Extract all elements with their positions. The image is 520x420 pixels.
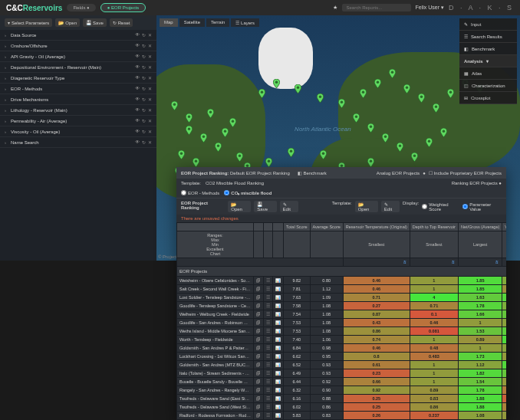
tpl-open[interactable]: 📂 Open [355,201,378,212]
close-icon[interactable]: ✕ [148,54,152,59]
row-name[interactable]: Goodlife - San Andres - Robinson Oil Zon… [177,319,254,327]
menu-icon[interactable]: ☰ [264,361,273,369]
col-header[interactable]: Average Score [310,223,343,231]
right-panel-item[interactable]: ◧Benchmark [459,43,517,55]
display-paramval[interactable]: Parameter Value [462,201,502,212]
map-tab-terrain[interactable]: Terrain [206,18,229,27]
menu-icon[interactable]: ☰ [264,353,273,361]
reset-button[interactable]: ↻ Reset [110,18,133,27]
row-name[interactable]: Salt Creek - Second Wall Creek - Field A… [177,285,254,294]
chart-icon[interactable]: 📊 [273,353,284,361]
map-layers-button[interactable]: ☰ Layers [231,18,259,27]
eye-icon[interactable]: 👁 [135,118,140,123]
map-pin[interactable] [397,143,403,152]
right-panel-item[interactable]: ⊞Crossplot [459,92,517,104]
doc-icon[interactable]: 🗐 [254,353,264,361]
benchmark-button[interactable]: ◧ Benchmark [295,169,330,176]
refresh-icon[interactable]: ↻ [142,64,146,70]
close-icon[interactable]: ✕ [148,129,152,134]
method-radio[interactable]: EOR - Methods [181,190,219,195]
refresh-icon[interactable]: ↻ [142,32,146,38]
doc-icon[interactable]: 🗐 [254,327,264,336]
map-pin[interactable] [411,153,418,162]
map-pin[interactable] [273,79,280,88]
map-tab-satellite[interactable]: Satellite [179,18,205,27]
map-pin[interactable] [178,150,185,159]
close-icon[interactable]: ✕ [148,118,152,123]
rank-edit[interactable]: ✎ Edit [280,201,298,212]
tpl-edit[interactable]: ✎ Edit [381,201,400,212]
refresh-icon[interactable]: ↻ [142,139,146,145]
map-pin[interactable] [320,150,327,159]
row-name[interactable]: Lockhart Crossing - 1st Wilcox Sandstone… [177,353,254,361]
menu-icon[interactable]: ☰ [264,285,273,294]
col-header[interactable]: Reservoir Temperature (Original) [343,223,410,231]
eye-icon[interactable]: 👁 [135,107,140,113]
menu-icon[interactable]: ☰ [264,302,273,310]
map-pin[interactable] [229,118,236,127]
eye-icon[interactable]: 👁 [135,139,140,145]
chart-icon[interactable]: 📊 [273,319,284,327]
eye-icon[interactable]: 👁 [135,75,140,80]
eye-icon[interactable]: 👁 [135,64,140,70]
doc-icon[interactable]: 🗐 [254,336,264,344]
chart-icon[interactable]: 📊 [273,412,284,420]
sort-toggle[interactable]: ⇅ [410,258,458,267]
sidebar-item[interactable]: ›API Gravity - Oil (Average)👁↻✕ [0,51,156,62]
right-panel-item[interactable]: ✎Input [459,18,517,31]
row-name[interactable]: Weths Island - Middle Miocene Sands - 6 … [177,327,254,336]
doc-icon[interactable]: 🗐 [254,294,264,302]
close-icon[interactable]: ✕ [148,75,152,80]
sidebar-item[interactable]: ›Diagenetic Reservoir Type👁↻✕ [0,73,156,84]
map-pin[interactable] [222,128,229,137]
chart-icon[interactable]: 📊 [273,395,284,403]
menu-icon[interactable]: ☰ [264,277,273,285]
map-pin[interactable] [374,79,381,88]
map-pin[interactable] [258,89,265,98]
map-pin[interactable] [433,103,439,113]
refresh-icon[interactable]: ↻ [142,75,146,80]
close-icon[interactable]: ✕ [148,32,152,38]
select-params-button[interactable]: ▾ Select Parameters [5,18,52,27]
map-pin[interactable] [295,84,301,94]
close-icon[interactable]: ✕ [148,97,152,102]
nav-fields[interactable]: Fields ● [67,4,95,11]
map-pin[interactable] [186,126,193,135]
map-pin[interactable] [265,158,272,167]
rank-save[interactable]: 💾 Save [254,201,276,212]
include-note[interactable]: Include Proprietary EOR Projects [434,171,502,176]
menu-icon[interactable]: ☰ [264,327,273,336]
chart-icon[interactable]: 📊 [273,302,284,310]
col-header[interactable] [177,223,254,231]
right-panel-item[interactable]: ◫Characterization [459,80,517,92]
eye-icon[interactable]: 👁 [135,86,140,91]
close-icon[interactable]: ✕ [148,64,152,70]
row-name[interactable]: Worth - Tensleep - Fieldwide [177,336,254,344]
map-pin[interactable] [317,94,324,103]
col-header[interactable] [273,223,284,231]
chart-icon[interactable]: 📊 [273,369,284,378]
eye-icon[interactable]: 👁 [135,43,140,48]
row-name[interactable]: Twofreds - Delaware Sand (East Side Area… [177,395,254,403]
row-name[interactable]: Italo (Tolare) - Stream Sediments - Zone… [177,369,254,378]
doc-icon[interactable]: 🗐 [254,302,264,310]
doc-icon[interactable]: 🗐 [254,344,264,353]
map-pin[interactable] [338,99,345,108]
sidebar-item[interactable]: ›Permeability - Air (Average)👁↻✕ [0,116,156,126]
close-icon[interactable]: ✕ [148,86,152,91]
user-menu[interactable]: Felix User ▾ [416,5,444,11]
menu-icon[interactable]: ☰ [264,403,273,412]
close-icon[interactable]: ✕ [148,43,152,48]
map-pin[interactable] [353,113,360,123]
menu-icon[interactable]: ☰ [264,319,273,327]
chart-icon[interactable]: 📊 [273,285,284,294]
save-button[interactable]: 💾 Save [83,18,107,27]
menu-icon[interactable]: ☰ [264,294,273,302]
col-header[interactable] [264,223,273,231]
sidebar-item[interactable]: ›Name Search👁↻✕ [0,137,156,148]
map-tab-map[interactable]: Map [160,18,178,27]
refresh-icon[interactable]: ↻ [142,86,146,91]
nav-eor[interactable]: ● EOR Projects [100,3,146,12]
chart-icon[interactable]: 📊 [273,386,284,395]
map-pin[interactable] [426,138,433,147]
